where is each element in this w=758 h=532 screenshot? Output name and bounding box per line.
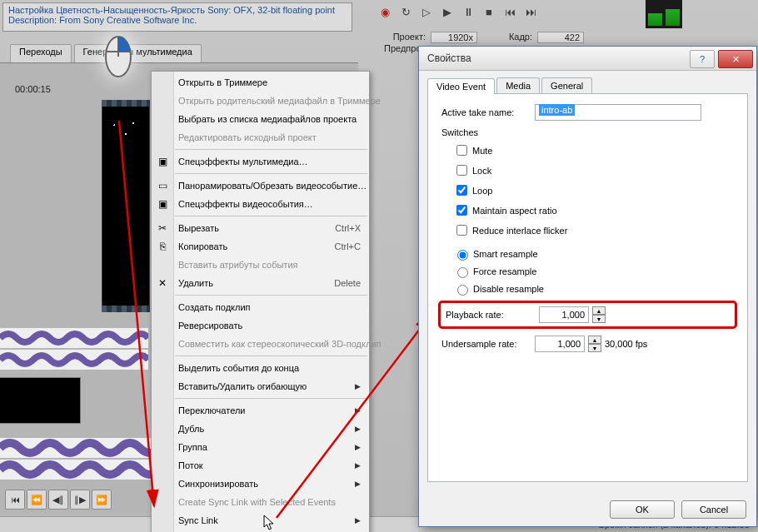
tp-forward[interactable]: ⏩	[92, 490, 112, 510]
spin-down-icon[interactable]: ▼	[592, 315, 606, 323]
menu-take[interactable]: Дубль▶	[152, 420, 369, 438]
play-button[interactable]: ▶	[438, 2, 456, 21]
menu-label: Поток	[178, 456, 203, 475]
spin-up-icon[interactable]: ▲	[592, 306, 606, 315]
menu-delete[interactable]: ✕УдалитьDelete	[152, 274, 369, 292]
record-button[interactable]: ◉	[376, 2, 394, 21]
tab-media[interactable]: Media	[496, 77, 540, 93]
menu-label: Sync Link	[178, 511, 218, 530]
lock-input[interactable]	[456, 165, 467, 176]
playback-rate-spinner[interactable]: ▲▼	[539, 306, 589, 323]
menu-paste-attributes: Вставить атрибуты события	[152, 256, 369, 274]
reduce-flicker-input[interactable]	[456, 225, 467, 236]
tp-rewind[interactable]: ⏪	[27, 490, 47, 510]
menu-label: Группа	[178, 438, 207, 456]
menu-group[interactable]: Группа▶	[152, 438, 369, 456]
menu-switches[interactable]: Переключатели▶	[152, 401, 369, 420]
reduce-flicker-checkbox[interactable]: Reduce interlace flicker	[453, 222, 734, 238]
help-button[interactable]: ?	[690, 50, 715, 68]
menu-open-trimmer[interactable]: Открыть в Триммере	[152, 73, 369, 92]
stop-button[interactable]: ■	[480, 2, 498, 21]
smart-resample-input[interactable]	[457, 250, 468, 261]
tp-step-back[interactable]: ◀∥	[48, 490, 68, 510]
pause-button[interactable]: ⏸	[459, 2, 477, 21]
window-buttons: ? ✕	[690, 48, 756, 68]
active-take-input[interactable]: intro-ab	[535, 104, 701, 121]
menu-select-to-end[interactable]: Выделить события до конца	[152, 359, 369, 377]
playback-rate-input[interactable]	[539, 306, 589, 323]
menu-pan-crop[interactable]: ▭Панорамировать/Обрезать видеособытие…	[152, 177, 369, 195]
menu-label: Открыть в Триммере	[178, 73, 267, 92]
spin-buttons[interactable]: ▲▼	[588, 336, 601, 352]
disable-resample-input[interactable]	[457, 285, 468, 296]
track-header-thumb[interactable]	[0, 378, 80, 423]
menu-video-fx[interactable]: ▣Спецэффекты видеособытия…	[152, 195, 369, 213]
menu-sync-link[interactable]: Sync Link▶	[152, 511, 369, 530]
menu-create-subclip[interactable]: Создать подклип	[152, 298, 369, 316]
video-clip[interactable]	[102, 100, 150, 312]
menu-label: Открыть родительский медиафайл в Триммер…	[178, 92, 381, 110]
menu-label: Спецэффекты видеособытия…	[178, 195, 313, 213]
loop-input[interactable]	[456, 185, 467, 196]
copy-icon: ⎘	[156, 240, 169, 253]
tp-step-fwd[interactable]: ∥▶	[70, 490, 90, 510]
meter-bar-l	[648, 13, 662, 26]
spin-up-icon[interactable]: ▲	[588, 336, 601, 344]
preview-transport: ◉ ↻ ▷ ▶ ⏸ ■ ⏮ ⏭	[376, 2, 540, 21]
plugin-info-bar: Настройка Цветность-Насыщенность-Яркость…	[2, 2, 352, 32]
close-button[interactable]: ✕	[718, 50, 753, 68]
menu-separator	[175, 355, 367, 356]
go-start-button[interactable]: ⏮	[501, 2, 519, 21]
tab-video-event[interactable]: Video Event	[427, 78, 495, 94]
dialog-tabs: Video Event Media General	[427, 77, 748, 94]
menu-reverse[interactable]: Реверсировать	[152, 316, 369, 335]
loop-button[interactable]: ↻	[396, 2, 415, 21]
cancel-button[interactable]: Cancel	[681, 500, 746, 519]
menu-stream[interactable]: Поток▶	[152, 456, 369, 475]
dialog-titlebar[interactable]: Свойства ? ✕	[419, 47, 756, 71]
disable-resample-radio[interactable]: Disable resample	[453, 282, 734, 296]
menu-cut[interactable]: ✂ВырезатьCtrl+X	[152, 219, 369, 237]
mute-checkbox[interactable]: Mute	[453, 142, 734, 158]
menu-label: Спецэффекты мультимедиа…	[178, 152, 308, 171]
aspect-ratio-label: Maintain aspect ratio	[472, 206, 557, 216]
menu-insert-envelope[interactable]: Вставить/Удалить огибающую▶	[152, 377, 369, 395]
submenu-arrow-icon: ▶	[355, 401, 361, 420]
force-resample-radio[interactable]: Force resample	[453, 265, 734, 278]
audio-waveform-1[interactable]	[0, 328, 148, 348]
frame-value: 422	[537, 32, 584, 43]
dialog-footer: OK Cancel	[419, 493, 756, 526]
menu-create-sync-link: Create Sync Link with Selected Events	[152, 493, 369, 511]
menu-copy[interactable]: ⎘КопироватьCtrl+C	[152, 237, 369, 256]
undersample-spinner[interactable]: ▲▼	[535, 336, 585, 352]
menu-sync[interactable]: Синхронизировать▶	[152, 475, 369, 493]
play-start-button[interactable]: ▷	[417, 2, 436, 21]
tab-panel: Active take name: intro-ab Switches Mute…	[427, 94, 748, 482]
menu-select-project-media[interactable]: Выбрать из списка медиафайлов проекта	[152, 110, 369, 128]
loop-checkbox[interactable]: Loop	[453, 182, 734, 198]
smart-resample-radio[interactable]: Smart resample	[453, 247, 734, 261]
reduce-flicker-label: Reduce interlace flicker	[472, 226, 567, 236]
fx-icon: ▣	[156, 155, 169, 168]
undersample-input[interactable]	[535, 336, 585, 352]
clip-bottom-strip	[102, 306, 150, 312]
menu-shortcut: Ctrl+C	[335, 237, 361, 256]
submenu-arrow-icon: ▶	[355, 511, 361, 530]
aspect-ratio-checkbox[interactable]: Maintain aspect ratio	[453, 202, 734, 218]
waveform-icon	[0, 328, 148, 348]
menu-label: Копировать	[178, 237, 227, 256]
menu-media-fx[interactable]: ▣Спецэффекты мультимедиа…	[152, 152, 369, 171]
audio-waveform-2[interactable]	[0, 350, 148, 370]
mute-input[interactable]	[456, 145, 467, 156]
ok-button[interactable]: OK	[610, 500, 675, 519]
aspect-ratio-input[interactable]	[456, 205, 467, 216]
lock-checkbox[interactable]: Lock	[453, 162, 734, 178]
submenu-arrow-icon: ▶	[355, 456, 361, 475]
tp-go-start[interactable]: ⏮	[5, 490, 25, 510]
dialog-body: Video Event Media General Active take na…	[419, 71, 756, 487]
spin-down-icon[interactable]: ▼	[588, 344, 601, 352]
force-resample-input[interactable]	[457, 267, 468, 278]
tab-general[interactable]: General	[541, 77, 592, 93]
go-end-button[interactable]: ⏭	[521, 2, 540, 21]
spin-buttons[interactable]: ▲▼	[592, 306, 606, 323]
